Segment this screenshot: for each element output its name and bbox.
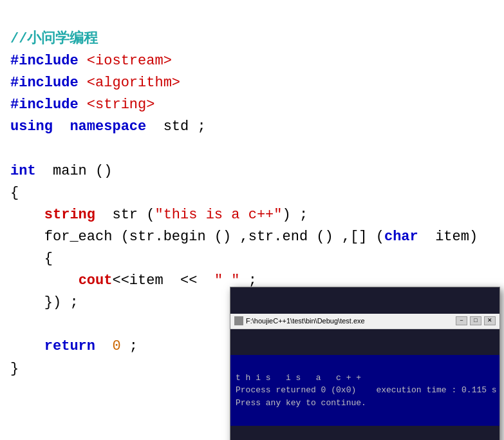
str-identifier: str <box>112 207 138 223</box>
item-param: item <box>435 229 469 245</box>
item-identifier: item <box>129 273 163 289</box>
space-literal: " " <box>214 273 240 289</box>
restore-button[interactable]: □ <box>470 316 481 325</box>
include2-line: #include <box>10 75 87 91</box>
std-identifier: std <box>163 119 189 135</box>
string-keyword: string <box>44 207 95 223</box>
open-brace-lambda: { <box>44 251 53 267</box>
console-line3: Press any key to continue. <box>236 398 366 408</box>
console-line1: t h i s i s a c + + <box>236 373 361 383</box>
console-line2: Process returned 0 (0x0) execution time … <box>236 385 497 395</box>
include3-line: #include <box>10 97 87 113</box>
foreach-call: for_each <box>44 229 113 245</box>
minimize-button[interactable]: − <box>456 316 467 325</box>
console-output: t h i s i s a c + + Process returned 0 (… <box>230 355 499 426</box>
console-title: F:\houjieC++1\test\bin\Debug\test.exe <box>246 316 453 327</box>
char-keyword: char <box>384 229 418 245</box>
string-literal: "this is a c++" <box>154 207 282 223</box>
open-brace-main: { <box>10 185 19 201</box>
console-app-icon <box>234 316 243 325</box>
console-window[interactable]: F:\houjieC++1\test\bin\Debug\test.exe − … <box>230 287 500 440</box>
zero-literal: 0 <box>112 338 120 354</box>
return-keyword: return <box>44 338 95 354</box>
close-button[interactable]: ✕ <box>484 316 496 325</box>
int-keyword: int <box>10 163 36 179</box>
console-titlebar: F:\houjieC++1\test\bin\Debug\test.exe − … <box>230 314 499 329</box>
namespace-keyword: namespace <box>70 119 146 135</box>
main-function: main <box>53 163 87 179</box>
cout-identifier: cout <box>79 273 113 289</box>
close-brace-main: } <box>10 361 19 377</box>
code-editor: //小问学编程 #include <iostream> #include <al… <box>10 6 494 440</box>
include1-line: #include <box>10 53 87 69</box>
comment-line: //小问学编程 <box>10 31 98 47</box>
close-brace-lambda: }) ; <box>44 294 79 311</box>
using-keyword: using <box>10 119 53 135</box>
